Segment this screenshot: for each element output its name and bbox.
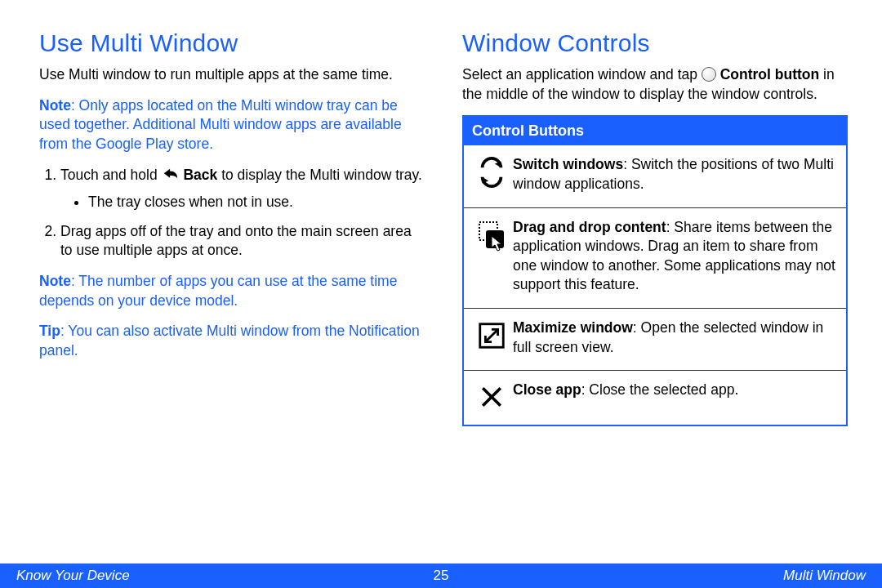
row-close-desc: Close app: Close the selected app.: [513, 381, 838, 412]
control-button-icon: [702, 67, 716, 82]
note-label: Note: [39, 97, 71, 114]
note-app-count: Note: The number of apps you can use at …: [39, 272, 425, 310]
footer-right: Multi Window: [783, 568, 866, 584]
manual-page: Use Multi Window Use Multi window to run…: [0, 0, 882, 588]
row-max-desc: Maximize window: Open the selected windo…: [513, 318, 838, 357]
drag-drop-icon: [470, 218, 513, 296]
note2-text: : The number of apps you can use at the …: [39, 273, 397, 309]
step1-text-a: Touch and hold: [60, 167, 162, 183]
heading-window-controls: Window Controls: [462, 29, 848, 57]
intro-right: Select an application window and tap Con…: [462, 65, 848, 104]
step1-text-b: to display the Multi window tray.: [217, 167, 422, 183]
note2-label: Note: [39, 273, 71, 289]
tip-text: : You can also activate Multi window fro…: [39, 323, 420, 359]
back-icon: [162, 167, 180, 181]
row-switch-label: Switch windows: [513, 156, 623, 172]
row-close-label: Close app: [513, 381, 581, 398]
step-2: Drag apps off of the tray and onto the m…: [60, 222, 425, 261]
heading-use-multi-window: Use Multi Window: [39, 29, 425, 57]
left-column: Use Multi Window Use Multi window to run…: [39, 29, 425, 426]
row-close-text: : Close the selected app.: [581, 381, 739, 398]
panel-header: Control Buttons: [464, 117, 846, 145]
steps-list: Touch and hold Back to display the Multi…: [39, 166, 425, 261]
row-switch-desc: Switch windows: Switch the positions of …: [513, 155, 838, 194]
row-drag-drop: Drag and drop content: Share items betwe…: [464, 208, 846, 310]
row-max-label: Maximize window: [513, 319, 633, 336]
row-close: Close app: Close the selected app.: [464, 371, 846, 425]
intro-right-a: Select an application window and tap: [462, 66, 702, 82]
right-column: Window Controls Select an application wi…: [462, 29, 848, 426]
close-icon: [470, 381, 513, 412]
step1-sublist: The tray closes when not in use.: [60, 193, 425, 212]
note-text: : Only apps located on the Multi window …: [39, 97, 402, 152]
footer-page-number: 25: [434, 568, 449, 584]
step1-back-label: Back: [183, 167, 217, 183]
svg-line-5: [485, 329, 497, 341]
row-drag-label: Drag and drop content: [513, 219, 666, 235]
switch-windows-icon: [470, 155, 513, 194]
row-switch-windows: Switch windows: Switch the positions of …: [464, 145, 846, 207]
step1-sub: The tray closes when not in use.: [88, 193, 425, 212]
maximize-icon: [470, 318, 513, 357]
intro-left: Use Multi window to run multiple apps at…: [39, 65, 425, 85]
two-column-layout: Use Multi Window Use Multi window to run…: [39, 29, 848, 426]
page-footer: Know Your Device 25 Multi Window: [0, 564, 882, 588]
intro-control-label: Control button: [720, 66, 819, 82]
tip-label: Tip: [39, 323, 60, 339]
step-1: Touch and hold Back to display the Multi…: [60, 166, 425, 212]
row-drag-desc: Drag and drop content: Share items betwe…: [513, 218, 838, 296]
footer-left: Know Your Device: [16, 568, 130, 584]
tip-notification-panel: Tip: You can also activate Multi window …: [39, 322, 425, 360]
row-maximize: Maximize window: Open the selected windo…: [464, 309, 846, 371]
note-apps-tray: Note: Only apps located on the Multi win…: [39, 96, 425, 154]
control-buttons-panel: Control Buttons Switch windo: [462, 115, 848, 426]
panel-body: Switch windows: Switch the positions of …: [464, 145, 846, 425]
